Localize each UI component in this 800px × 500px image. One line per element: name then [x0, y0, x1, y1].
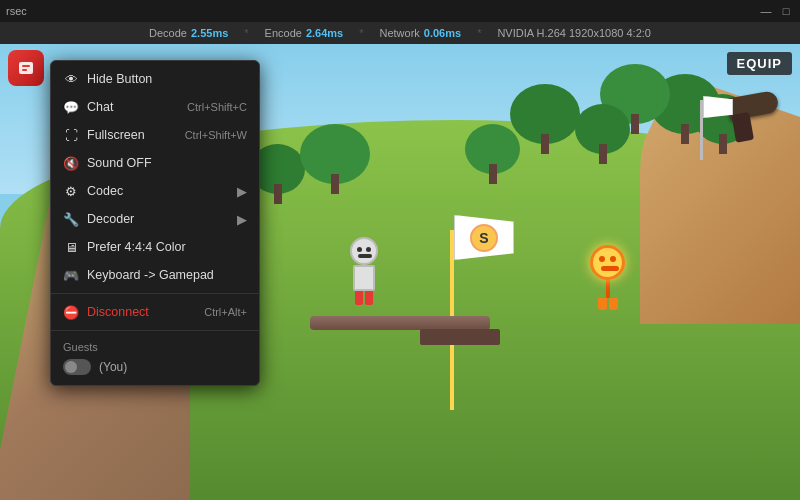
menu-item-prefer-444[interactable]: 🖥 Prefer 4:4:4 Color [51, 233, 259, 261]
titlebar-title: rsec [6, 5, 27, 17]
app-logo-icon [16, 58, 36, 78]
titlebar-left: rsec [0, 5, 27, 17]
guest-item: (You) [63, 359, 247, 375]
codec-stat: NVIDIA H.264 1920x1080 4:2:0 [497, 27, 651, 39]
character-robot [350, 237, 378, 305]
guests-section: Guests (You) [51, 335, 259, 381]
char-head [350, 237, 378, 265]
encode-stat: Encode 2.64ms [265, 27, 344, 39]
svg-rect-1 [22, 65, 30, 67]
tree-trunk [274, 184, 282, 204]
menu-divider [51, 293, 259, 294]
bridge [310, 316, 490, 330]
tree-trunk [331, 174, 339, 194]
menu-item-hide-button[interactable]: 👁 Hide Button [51, 65, 259, 93]
char-body [353, 265, 375, 291]
tree-trunk [719, 134, 727, 154]
tree-trunk [631, 114, 639, 134]
decoder-arrow-icon: ▶ [237, 212, 247, 227]
menu-item-label: Prefer 4:4:4 Color [87, 240, 186, 254]
fullscreen-icon: ⛶ [63, 127, 79, 143]
titlebar-controls: — □ [760, 5, 800, 17]
codec-arrow-icon: ▶ [237, 184, 247, 199]
tree-6 [465, 124, 520, 184]
menu-item-label: Codec [87, 184, 123, 198]
sun-body [606, 280, 610, 298]
sound-off-icon: 🔇 [63, 155, 79, 171]
flag-emblem: S [470, 224, 498, 252]
stat-divider-3: * [477, 27, 481, 39]
svg-rect-2 [22, 69, 27, 71]
equip-button[interactable]: EQUIP [727, 52, 792, 75]
tree-8 [300, 124, 370, 194]
decoder-icon: 🔧 [63, 211, 79, 227]
tree-5 [510, 84, 580, 154]
fullscreen-shortcut: Ctrl+Shift+W [185, 129, 247, 141]
small-flag-banner [703, 96, 733, 118]
bridge-support [420, 329, 500, 345]
menu-item-label: Disconnect [87, 305, 149, 319]
tree-4 [575, 104, 630, 164]
menu-item-label: Sound OFF [87, 156, 152, 170]
menu-item-label: Hide Button [87, 72, 152, 86]
flag-banner-main: S [454, 215, 514, 260]
menu-item-label: Keyboard -> Gamepad [87, 268, 214, 282]
tree-trunk [599, 144, 607, 164]
sun-head [590, 245, 625, 280]
titlebar: rsec — □ [0, 0, 800, 22]
chat-icon: 💬 [63, 99, 79, 115]
guests-divider [51, 330, 259, 331]
menu-item-chat[interactable]: 💬 Chat Ctrl+Shift+C [51, 93, 259, 121]
guest-avatar [63, 359, 91, 375]
keyboard-gamepad-icon: 🎮 [63, 267, 79, 283]
character-sun [590, 245, 625, 310]
menu-item-decoder[interactable]: 🔧 Decoder ▶ [51, 205, 259, 233]
svg-rect-0 [19, 62, 33, 74]
disconnect-icon: ⛔ [63, 304, 79, 320]
stat-divider-1: * [244, 27, 248, 39]
disconnect-shortcut: Ctrl+Alt+ [204, 306, 247, 318]
decode-stat: Decode 2.55ms [149, 27, 228, 39]
maximize-button[interactable]: □ [780, 5, 792, 17]
tree-trunk [489, 164, 497, 184]
context-menu: 👁 Hide Button 💬 Chat Ctrl+Shift+C ⛶ Full… [50, 60, 260, 386]
menu-item-codec[interactable]: ⚙ Codec ▶ [51, 177, 259, 205]
sun-feet [590, 298, 625, 310]
tree-trunk [681, 124, 689, 144]
cannon-decoration [726, 90, 783, 143]
menu-item-label: Decoder [87, 212, 134, 226]
menu-item-sound-off[interactable]: 🔇 Sound OFF [51, 149, 259, 177]
guest-you-label: (You) [99, 360, 127, 374]
statsbar: Decode 2.55ms * Encode 2.64ms * Network … [0, 22, 800, 44]
menu-item-label: Fullscreen [87, 128, 145, 142]
stat-divider-2: * [359, 27, 363, 39]
minimize-button[interactable]: — [760, 5, 772, 17]
app-icon-button[interactable] [8, 50, 44, 86]
codec-icon: ⚙ [63, 183, 79, 199]
menu-item-keyboard-gamepad[interactable]: 🎮 Keyboard -> Gamepad [51, 261, 259, 289]
menu-item-disconnect[interactable]: ⛔ Disconnect Ctrl+Alt+ [51, 298, 259, 326]
menu-item-fullscreen[interactable]: ⛶ Fullscreen Ctrl+Shift+W [51, 121, 259, 149]
chat-shortcut: Ctrl+Shift+C [187, 101, 247, 113]
network-stat: Network 0.06ms [379, 27, 461, 39]
prefer-444-icon: 🖥 [63, 239, 79, 255]
guests-label: Guests [63, 341, 247, 353]
hide-button-icon: 👁 [63, 71, 79, 87]
tree-trunk [541, 134, 549, 154]
char-legs [350, 291, 378, 305]
menu-item-label: Chat [87, 100, 113, 114]
